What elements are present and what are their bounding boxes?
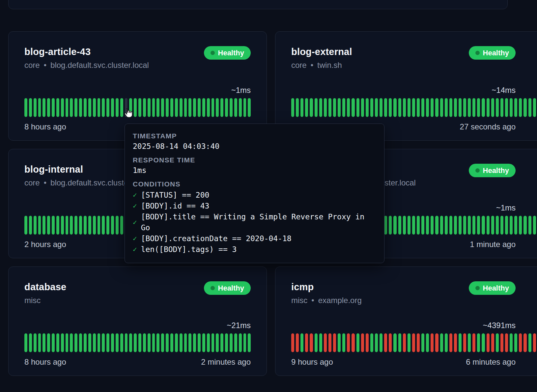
uptime-bar[interactable] — [342, 333, 345, 352]
uptime-bar[interactable] — [449, 98, 452, 117]
uptime-bar[interactable] — [143, 333, 146, 352]
uptime-bar[interactable] — [234, 333, 237, 352]
uptime-bar[interactable] — [161, 98, 164, 117]
uptime-bar[interactable] — [384, 98, 387, 117]
uptime-bar[interactable] — [435, 216, 438, 235]
uptime-bar[interactable] — [384, 333, 387, 352]
uptime-bar[interactable] — [482, 216, 485, 235]
uptime-bar[interactable] — [468, 333, 471, 352]
uptime-bar[interactable] — [375, 98, 378, 117]
uptime-bar[interactable] — [148, 98, 151, 117]
uptime-bar[interactable] — [398, 216, 401, 235]
uptime-bar[interactable] — [440, 98, 443, 117]
uptime-bar[interactable] — [500, 333, 503, 352]
uptime-bar[interactable] — [84, 216, 87, 235]
uptime-bar[interactable] — [138, 333, 141, 352]
uptime-bar[interactable] — [482, 333, 485, 352]
uptime-bar[interactable] — [88, 333, 91, 352]
uptime-bar[interactable] — [496, 333, 499, 352]
uptime-bar[interactable] — [239, 98, 242, 117]
uptime-bar[interactable] — [454, 98, 457, 117]
uptime-bar[interactable] — [88, 216, 91, 235]
uptime-bar[interactable] — [234, 98, 237, 117]
uptime-bar[interactable] — [505, 98, 508, 117]
uptime-bar[interactable] — [61, 333, 64, 352]
uptime-bar[interactable] — [38, 216, 41, 235]
uptime-bar[interactable] — [220, 98, 223, 117]
uptime-bar[interactable] — [70, 98, 73, 117]
uptime-bar[interactable] — [243, 333, 246, 352]
uptime-bar[interactable] — [463, 216, 466, 235]
uptime-bar[interactable] — [459, 216, 462, 235]
uptime-bar[interactable] — [380, 333, 382, 352]
uptime-bar[interactable] — [230, 333, 233, 352]
uptime-bar[interactable] — [175, 333, 178, 352]
uptime-bar[interactable] — [161, 333, 164, 352]
uptime-bar[interactable] — [472, 216, 475, 235]
uptime-bar[interactable] — [291, 333, 294, 352]
uptime-bar[interactable] — [180, 333, 183, 352]
uptime-bars[interactable] — [291, 98, 537, 117]
uptime-bar[interactable] — [366, 98, 369, 117]
uptime-bar[interactable] — [408, 216, 410, 235]
uptime-bar[interactable] — [519, 98, 522, 117]
uptime-bar[interactable] — [116, 216, 119, 235]
uptime-bar[interactable] — [356, 333, 359, 352]
uptime-bar[interactable] — [421, 333, 424, 352]
uptime-bar[interactable] — [519, 333, 522, 352]
uptime-bar[interactable] — [533, 216, 536, 235]
uptime-bar[interactable] — [487, 216, 490, 235]
uptime-bar[interactable] — [216, 98, 219, 117]
uptime-bar[interactable] — [310, 333, 313, 352]
uptime-bar[interactable] — [188, 98, 191, 117]
uptime-bar[interactable] — [305, 333, 308, 352]
uptime-bars[interactable] — [24, 98, 251, 117]
uptime-bar[interactable] — [56, 216, 59, 235]
uptime-bar[interactable] — [319, 333, 322, 352]
uptime-bar[interactable] — [431, 216, 434, 235]
uptime-bar[interactable] — [202, 98, 205, 117]
uptime-bar[interactable] — [300, 333, 303, 352]
uptime-bar[interactable] — [98, 333, 100, 352]
uptime-bar[interactable] — [93, 98, 96, 117]
uptime-bar[interactable] — [463, 98, 466, 117]
uptime-bar[interactable] — [84, 333, 87, 352]
uptime-bar[interactable] — [403, 98, 406, 117]
uptime-bar[interactable] — [389, 98, 392, 117]
uptime-bar[interactable] — [319, 98, 322, 117]
uptime-bar[interactable] — [431, 333, 434, 352]
uptime-bar[interactable] — [148, 333, 151, 352]
uptime-bar[interactable] — [514, 98, 517, 117]
uptime-bar[interactable] — [477, 216, 480, 235]
uptime-bar[interactable] — [435, 333, 438, 352]
uptime-bar[interactable] — [24, 216, 27, 235]
uptime-bar[interactable] — [477, 98, 480, 117]
uptime-bar[interactable] — [510, 98, 513, 117]
uptime-bar[interactable] — [24, 333, 27, 352]
uptime-bar[interactable] — [514, 216, 517, 235]
uptime-bar[interactable] — [225, 98, 228, 117]
uptime-bar[interactable] — [29, 98, 32, 117]
uptime-bar[interactable] — [440, 333, 443, 352]
uptime-bar[interactable] — [52, 216, 55, 235]
uptime-bar[interactable] — [445, 333, 448, 352]
uptime-bar[interactable] — [412, 333, 415, 352]
uptime-bar[interactable] — [74, 98, 77, 117]
uptime-bar[interactable] — [445, 216, 448, 235]
uptime-bar[interactable] — [38, 98, 41, 117]
uptime-bar[interactable] — [70, 216, 73, 235]
uptime-bar[interactable] — [152, 98, 155, 117]
uptime-bar[interactable] — [29, 216, 32, 235]
uptime-bar[interactable] — [116, 98, 119, 117]
uptime-bar[interactable] — [207, 98, 210, 117]
uptime-bar[interactable] — [156, 98, 159, 117]
uptime-bar[interactable] — [370, 98, 373, 117]
uptime-bar[interactable] — [61, 98, 64, 117]
uptime-bar[interactable] — [496, 98, 499, 117]
uptime-bar[interactable] — [468, 98, 471, 117]
uptime-bar[interactable] — [47, 333, 50, 352]
uptime-bar[interactable] — [66, 98, 69, 117]
uptime-bar[interactable] — [393, 98, 396, 117]
uptime-bar[interactable] — [523, 333, 526, 352]
uptime-bar[interactable] — [29, 333, 32, 352]
